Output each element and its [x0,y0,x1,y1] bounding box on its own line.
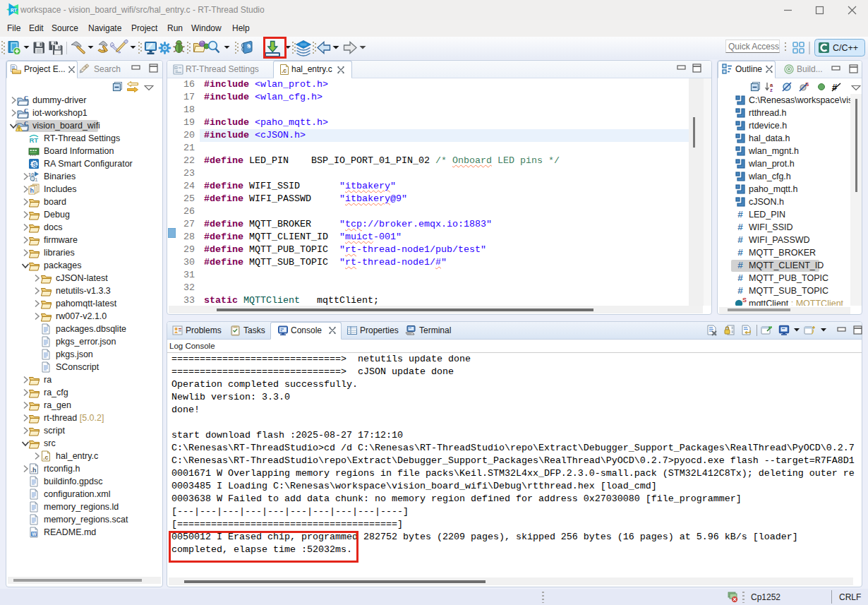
svg-text:RT: RT [11,8,17,13]
svg-text:C/C++: C/C++ [833,43,858,53]
